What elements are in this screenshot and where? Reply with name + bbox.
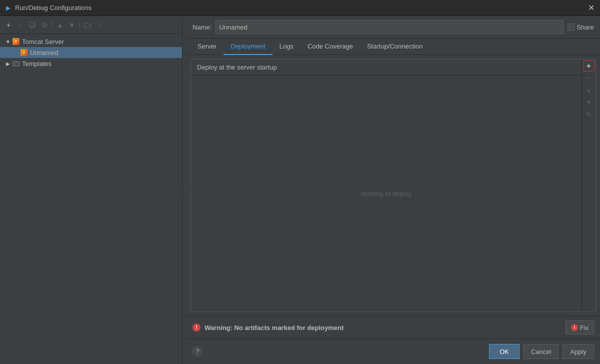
fix-label: Fix	[580, 324, 588, 332]
warning-icon: !	[192, 324, 200, 332]
tomcat-server-label: Tomcat Server	[22, 38, 64, 46]
deployment-move-up-button[interactable]: ▲	[584, 84, 594, 96]
bottom-bar: ? OK Cancel Apply	[186, 338, 600, 364]
tree-toggle-templates[interactable]: ▶	[4, 61, 12, 66]
name-input[interactable]	[216, 20, 564, 34]
configuration-tree: ▼ T Tomcat Server T Unnamed	[0, 34, 182, 364]
deployment-empty-text: Nothing to deploy	[361, 190, 412, 198]
templates-label: Templates	[22, 60, 52, 68]
unnamed-config-icon: T	[20, 48, 28, 56]
tab-logs[interactable]: Logs	[272, 38, 300, 55]
deployment-section-header: Deploy at the server startup	[191, 60, 582, 76]
move-down-button[interactable]: ▼	[66, 20, 78, 30]
close-button[interactable]: ✕	[586, 3, 596, 13]
share-checkbox-input[interactable]	[568, 24, 574, 30]
main-content: + − ⚙ ▲ ▼ ↕ ▼	[0, 16, 600, 364]
panel-resize-handle[interactable]: ⋮	[182, 16, 186, 364]
tab-server[interactable]: Server	[190, 38, 224, 55]
right-panel: Name: Share Server Deployment Logs Code …	[186, 16, 600, 364]
title-bar: ▶ Run/Debug Configurations ✕	[0, 0, 600, 16]
unnamed-config-label: Unnamed	[30, 49, 58, 56]
tabs-bar: Server Deployment Logs Code Coverage Sta…	[186, 38, 600, 55]
fix-button[interactable]: ! Fix	[566, 320, 594, 334]
svg-rect-1	[30, 22, 34, 26]
svg-rect-2	[13, 62, 19, 66]
apply-button[interactable]: Apply	[562, 344, 594, 359]
deployment-add-button[interactable]: +	[584, 60, 594, 72]
toolbar-separator-1	[52, 21, 52, 29]
left-panel: + − ⚙ ▲ ▼ ↕ ▼	[0, 16, 182, 364]
footer-warning: ! Warning: No artifacts marked for deplo…	[186, 316, 600, 338]
share-label: Share	[576, 24, 594, 31]
tab-content-deployment: Deploy at the server startup Nothing to …	[186, 55, 600, 316]
tab-code-coverage[interactable]: Code Coverage	[300, 38, 360, 55]
cancel-button[interactable]: Cancel	[524, 344, 558, 359]
tomcat-server-icon: T	[12, 38, 20, 46]
deployment-edit-button[interactable]: ✎	[584, 108, 594, 120]
left-toolbar: + − ⚙ ▲ ▼ ↕	[0, 16, 182, 34]
sort-button[interactable]: ↕	[94, 20, 105, 30]
move-up-button[interactable]: ▲	[54, 20, 66, 30]
name-row: Name: Share	[186, 16, 600, 38]
deployment-remove-button[interactable]: −	[584, 72, 594, 84]
tree-item-templates[interactable]: ▶ Templates	[0, 58, 182, 69]
tree-item-unnamed[interactable]: T Unnamed	[0, 47, 182, 58]
tree-item-tomcat-server[interactable]: ▼ T Tomcat Server	[0, 36, 182, 47]
share-checkbox[interactable]: Share	[568, 24, 594, 31]
help-area: ?	[192, 346, 202, 356]
remove-configuration-button[interactable]: −	[15, 20, 26, 30]
add-configuration-button[interactable]: +	[3, 20, 14, 30]
settings-button[interactable]: ⚙	[39, 20, 50, 30]
tab-deployment[interactable]: Deployment	[224, 38, 272, 55]
copy-configuration-button[interactable]	[27, 20, 38, 30]
warning-bold: Warning: No artifacts marked for deploym…	[204, 324, 344, 332]
templates-icon	[12, 60, 20, 68]
name-label: Name:	[192, 24, 212, 31]
help-button[interactable]: ?	[192, 346, 202, 356]
title-bar-text: Run/Debug Configurations	[15, 4, 586, 12]
tab-startup-connection[interactable]: Startup/Connection	[360, 38, 430, 55]
toolbar-separator-2	[80, 21, 80, 29]
deployment-side-toolbar: + − ▲ ▼ ✎	[582, 60, 596, 312]
folder-button[interactable]	[82, 20, 93, 30]
ok-button[interactable]: OK	[489, 344, 520, 359]
warning-message: Warning: No artifacts marked for deploym…	[204, 324, 562, 332]
deployment-empty-area: Nothing to deploy	[191, 76, 582, 312]
fix-icon: !	[571, 324, 578, 331]
tree-toggle-tomcat[interactable]: ▼	[4, 39, 12, 44]
app-icon: ▶	[4, 4, 12, 12]
deployment-move-down-button[interactable]: ▼	[584, 96, 594, 108]
